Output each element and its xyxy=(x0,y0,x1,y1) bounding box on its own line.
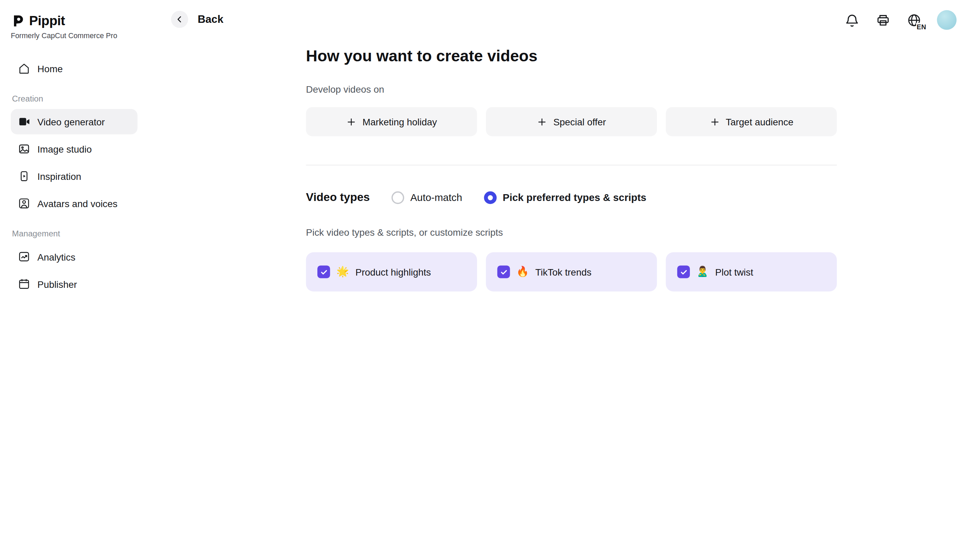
sidebar-item-label: Video generator xyxy=(37,116,105,127)
logo-tagline: Formerly CapCut Commerce Pro xyxy=(11,32,138,39)
plus-icon xyxy=(709,116,720,127)
avatars-voices-icon xyxy=(18,197,30,210)
section-label-creation: Creation xyxy=(12,94,137,103)
user-avatar[interactable] xyxy=(937,10,957,30)
video-generator-icon xyxy=(18,115,30,128)
target-audience-button[interactable]: Target audience xyxy=(666,107,837,136)
back-label: Back xyxy=(197,13,223,25)
analytics-icon xyxy=(18,250,30,263)
printer-icon xyxy=(875,12,891,27)
back-button[interactable] xyxy=(171,11,188,28)
card-tiktok-trends[interactable]: 🔥 TikTok trends xyxy=(486,252,657,291)
radio-pick-preferred-label: Pick preferred types & scripts xyxy=(503,192,646,203)
radio-checked-icon[interactable] xyxy=(484,191,496,204)
checkbox-checked-icon[interactable] xyxy=(317,266,330,278)
pippit-logo-icon xyxy=(11,14,25,28)
develop-option-label: Target audience xyxy=(725,116,794,127)
language-button[interactable]: EN xyxy=(906,11,922,28)
card-emoji: 🌟 xyxy=(336,267,349,277)
divider xyxy=(306,165,837,166)
page-title: How you want to create videos xyxy=(306,47,837,65)
sidebar-item-label: Analytics xyxy=(37,252,76,262)
checkbox-checked-icon[interactable] xyxy=(497,266,510,278)
chevron-left-icon xyxy=(175,14,184,24)
sidebar-item-image-studio[interactable]: Image studio xyxy=(11,136,138,161)
plus-icon xyxy=(346,116,357,127)
sidebar-item-label: Image studio xyxy=(37,143,92,154)
radio-auto-match[interactable]: Auto-match xyxy=(391,191,462,204)
publisher-calendar-icon xyxy=(18,277,30,290)
sidebar-item-analytics[interactable]: Analytics xyxy=(11,244,138,269)
sidebar: Pippit Formerly CapCut Commerce Pro Home… xyxy=(0,0,148,293)
inspiration-icon xyxy=(18,170,30,183)
notifications-button[interactable] xyxy=(844,11,860,28)
card-emoji: 🔥 xyxy=(516,267,529,277)
sidebar-item-inspiration[interactable]: Inspiration xyxy=(11,164,138,189)
bell-icon xyxy=(845,12,860,27)
video-types-subtitle: Pick video types & scripts, or customize… xyxy=(306,227,837,238)
develop-options-row: Marketing holiday Special offer Target a… xyxy=(306,107,837,136)
radio-unchecked-icon[interactable] xyxy=(391,191,404,204)
sidebar-item-label: Avatars and voices xyxy=(37,198,118,209)
develop-videos-label: Develop videos on xyxy=(306,84,837,95)
sidebar-item-label: Publisher xyxy=(37,279,77,290)
language-code: EN xyxy=(916,22,927,30)
print-orders-button[interactable] xyxy=(875,11,891,28)
sidebar-item-home[interactable]: Home xyxy=(11,56,138,81)
app-window: Pippit Formerly CapCut Commerce Pro Home… xyxy=(0,0,980,293)
main-content: How you want to create videos Develop vi… xyxy=(306,41,837,293)
plus-icon xyxy=(537,116,548,127)
logo-text: Pippit xyxy=(29,13,65,29)
marketing-holiday-button[interactable]: Marketing holiday xyxy=(306,107,477,136)
checkbox-checked-icon[interactable] xyxy=(677,266,690,278)
sidebar-item-label: Home xyxy=(37,63,63,74)
video-types-heading: Video types xyxy=(306,191,370,204)
card-product-highlights[interactable]: 🌟 Product highlights xyxy=(306,252,477,291)
card-label: TikTok trends xyxy=(535,266,592,277)
logo[interactable]: Pippit xyxy=(11,13,138,29)
sidebar-item-label: Inspiration xyxy=(37,171,81,182)
card-emoji: 🙎‍♂️ xyxy=(696,267,709,277)
special-offer-button[interactable]: Special offer xyxy=(486,107,657,136)
card-label: Product highlights xyxy=(355,266,431,277)
topbar-actions: EN xyxy=(844,10,956,30)
card-label: Plot twist xyxy=(715,266,753,277)
card-plot-twist[interactable]: 🙎‍♂️ Plot twist xyxy=(666,252,837,291)
back-navigation: Back xyxy=(171,11,223,28)
image-studio-icon xyxy=(18,143,30,155)
section-label-management: Management xyxy=(12,229,137,238)
radio-auto-match-label: Auto-match xyxy=(410,192,462,203)
sidebar-item-publisher[interactable]: Publisher xyxy=(11,271,138,293)
develop-option-label: Special offer xyxy=(553,116,606,127)
home-icon xyxy=(18,62,30,75)
sidebar-nav: Home Creation Video generator Image stud… xyxy=(11,56,138,293)
sidebar-item-video-generator[interactable]: Video generator xyxy=(11,109,138,134)
video-types-row: Video types Auto-match Pick preferred ty… xyxy=(306,191,837,204)
sidebar-item-avatars-and-voices[interactable]: Avatars and voices xyxy=(11,191,138,216)
develop-option-label: Marketing holiday xyxy=(363,116,437,127)
radio-pick-preferred[interactable]: Pick preferred types & scripts xyxy=(484,191,646,204)
video-type-cards-grid: 🌟 Product highlights 🔥 TikTok trends 🙎‍♂… xyxy=(306,252,837,293)
